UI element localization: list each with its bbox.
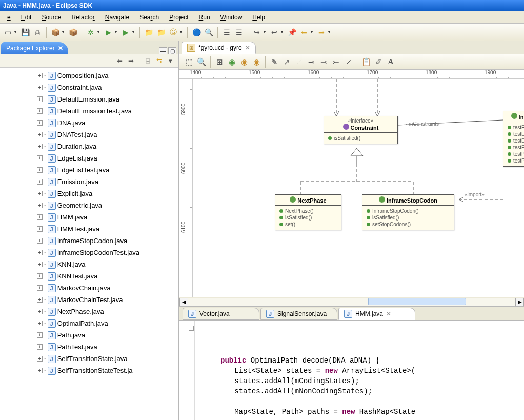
menu-e[interactable]: e xyxy=(2,13,16,22)
line-tool-icon[interactable]: ⟋ xyxy=(342,56,354,68)
close-icon[interactable]: ✕ xyxy=(58,42,63,54)
source-editor[interactable]: － public OptimalPath decode(DNA aDNA) { … xyxy=(179,321,524,420)
tree-item[interactable]: +···JConstraint.java xyxy=(0,82,178,93)
forward-icon[interactable]: ➡ xyxy=(316,27,327,38)
gen-tool-icon[interactable]: ⤙ xyxy=(318,56,329,68)
new-type-icon[interactable]: Ⓖ xyxy=(168,27,179,38)
package-explorer-tab[interactable]: Package Explorer ✕ xyxy=(1,42,68,54)
expand-icon[interactable]: + xyxy=(37,321,43,326)
tree-item[interactable]: +···JOptimalPath.java xyxy=(0,317,178,329)
scroll-right-icon[interactable]: ▶ xyxy=(515,298,524,306)
tree-item[interactable]: +···JPathTest.java xyxy=(0,341,178,353)
tab-vector-java[interactable]: JVector.java xyxy=(183,308,259,320)
class-tool-icon[interactable]: ⊞ xyxy=(214,56,225,68)
run-last-icon[interactable]: ▶ xyxy=(120,27,131,38)
menu-window[interactable]: Window xyxy=(215,13,248,22)
fwd-nav-icon[interactable]: ➡ xyxy=(126,56,136,66)
tree-item[interactable]: +···JPath.java xyxy=(0,329,178,341)
package-tree[interactable]: +···JComposition.java+···JConstraint.jav… xyxy=(0,68,178,420)
tree-item[interactable]: +···JMarkovChainTest.java xyxy=(0,294,178,306)
tab-hmm-java[interactable]: JHMM.java ✕ xyxy=(338,308,415,320)
select-tool-icon[interactable]: ⬚ xyxy=(184,56,195,68)
new-class-icon[interactable]: 📁 xyxy=(155,27,167,38)
expand-icon[interactable]: + xyxy=(37,238,43,244)
maximize-icon[interactable]: ▢ xyxy=(168,47,176,54)
tree-item[interactable]: +···JMarkovChain.java xyxy=(0,282,178,294)
back-nav-icon[interactable]: ⬅ xyxy=(114,56,125,66)
tree-item[interactable]: +···JDNA.java xyxy=(0,117,178,129)
close-icon[interactable]: ✕ xyxy=(245,44,250,51)
tree-item[interactable]: +···JKNN.java xyxy=(0,258,178,270)
tab-signalsensor-java[interactable]: JSignalSensor.java xyxy=(260,308,337,320)
menu-search[interactable]: Search xyxy=(134,13,164,22)
tree-item[interactable]: +···JSelfTransitionStateTest.ja xyxy=(0,365,178,376)
expand-icon[interactable]: + xyxy=(37,285,43,291)
menu-project[interactable]: Project xyxy=(164,13,193,22)
tree-item[interactable]: +···JSelfTransitionState.java xyxy=(0,353,178,365)
menu-help[interactable]: Help xyxy=(247,13,270,22)
expand-icon[interactable]: + xyxy=(37,203,43,208)
minimize-icon[interactable]: — xyxy=(159,47,167,54)
expand-icon[interactable]: + xyxy=(37,191,43,196)
expand-icon[interactable]: + xyxy=(37,155,43,161)
build-icon[interactable]: 📦 xyxy=(50,27,61,38)
menu-run[interactable]: Run xyxy=(194,13,215,22)
expand-icon[interactable]: + xyxy=(37,179,43,185)
uml-class-inframestopcodon[interactable]: InframeStopCodon InframeStopCodon() isSa… xyxy=(362,194,454,230)
back-icon[interactable]: ⬅ xyxy=(298,27,310,38)
format-tool-icon[interactable]: ✐ xyxy=(373,56,384,68)
diagram-hscrollbar[interactable]: ◀ ▶ xyxy=(179,297,524,306)
expand-icon[interactable]: + xyxy=(37,120,43,126)
note-tool-icon[interactable]: ✎ xyxy=(269,56,280,68)
anchor-tool-icon[interactable]: ↗ xyxy=(281,56,292,68)
interface-tool-icon[interactable]: ◉ xyxy=(226,56,237,68)
expand-icon[interactable]: + xyxy=(37,262,43,267)
new-icon[interactable]: ▭ xyxy=(2,27,13,38)
tree-item[interactable]: +···JKNNTest.java xyxy=(0,270,178,282)
open-type-icon[interactable]: 🔵 xyxy=(191,27,202,38)
menu-navigate[interactable]: Navigate xyxy=(100,13,134,22)
uml-class-nextphase[interactable]: NextPhase NextPhase() isSatisfied() set(… xyxy=(275,194,341,230)
close-icon[interactable]: ✕ xyxy=(386,310,391,317)
expand-icon[interactable]: + xyxy=(37,368,43,373)
expand-icon[interactable]: + xyxy=(37,309,43,314)
annotation-next-icon[interactable]: ☰ xyxy=(233,27,245,38)
expand-icon[interactable]: + xyxy=(37,108,43,114)
link-editor-icon[interactable]: ⇆ xyxy=(154,56,164,66)
fold-icon[interactable]: － xyxy=(189,326,194,331)
nav2-icon[interactable]: ↩ xyxy=(269,27,280,38)
scroll-left-icon[interactable]: ◀ xyxy=(179,298,188,306)
run-icon[interactable]: ▶ xyxy=(103,27,114,38)
expand-icon[interactable]: + xyxy=(37,297,43,303)
tree-item[interactable]: +···JDefaultEmission.java xyxy=(0,93,178,105)
tree-item[interactable]: +···JNextPhase.java xyxy=(0,306,178,317)
copy-tool-icon[interactable]: 📋 xyxy=(360,56,372,68)
tree-item[interactable]: +···JEmission.java xyxy=(0,176,178,188)
expand-icon[interactable]: + xyxy=(37,356,43,362)
tree-item[interactable]: +···JComposition.java xyxy=(0,70,178,82)
save-icon[interactable]: 💾 xyxy=(19,27,31,38)
tree-item[interactable]: +···JHMMTest.java xyxy=(0,223,178,235)
tree-item[interactable]: +···JHMM.java xyxy=(0,211,178,223)
package-icon[interactable]: 📦 xyxy=(67,27,78,38)
view-menu-icon[interactable]: ▾ xyxy=(165,56,175,66)
search-icon[interactable]: 🔍 xyxy=(203,27,214,38)
pin-icon[interactable]: 📌 xyxy=(286,27,297,38)
expand-icon[interactable]: + xyxy=(37,332,43,338)
uml-class-infra[interactable]: Infra testE testE testE testP testP test… xyxy=(503,111,524,167)
expand-icon[interactable]: + xyxy=(37,85,43,90)
new-package-icon[interactable]: 📁 xyxy=(143,27,154,38)
print-icon[interactable]: ⎙ xyxy=(32,27,43,38)
expand-icon[interactable]: + xyxy=(37,250,43,255)
tree-item[interactable]: +···JGeometric.java xyxy=(0,199,178,211)
tree-item[interactable]: +···JDNATest.java xyxy=(0,129,178,141)
expand-icon[interactable]: + xyxy=(37,344,43,350)
menu-edit[interactable]: Edit xyxy=(16,13,37,22)
tree-item[interactable]: +···JExplicit.java xyxy=(0,188,178,199)
debug-icon[interactable]: ✲ xyxy=(85,27,96,38)
tree-item[interactable]: +···JEdgeListTest.java xyxy=(0,164,178,176)
expand-icon[interactable]: + xyxy=(37,144,43,149)
tree-item[interactable]: +···JDefaultEmissionTest.java xyxy=(0,105,178,117)
tree-item[interactable]: +···JInframeStopCodonTest.java xyxy=(0,247,178,258)
expand-icon[interactable]: + xyxy=(37,96,43,102)
